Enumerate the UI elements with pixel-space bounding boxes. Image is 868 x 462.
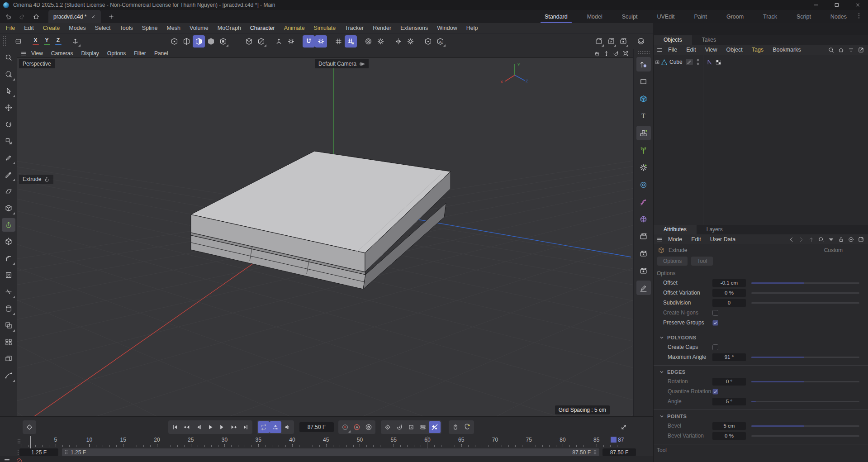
prev-key-button[interactable] <box>181 421 193 433</box>
slider[interactable] <box>751 282 859 284</box>
section-header-points[interactable]: POINTS <box>654 410 868 421</box>
slider[interactable] <box>751 292 859 294</box>
object-mode-button[interactable] <box>243 35 255 48</box>
cube-primitive-button[interactable] <box>636 91 651 106</box>
key-scale-button[interactable] <box>405 421 417 433</box>
tab-takes[interactable]: Takes <box>692 35 726 45</box>
checkbox[interactable] <box>712 310 718 316</box>
om-menu-object[interactable]: Object <box>722 47 747 53</box>
attribute-object-mode[interactable]: Custom <box>824 247 843 253</box>
slider[interactable] <box>751 381 859 382</box>
vegetation-button[interactable] <box>636 143 651 157</box>
next-frame-button[interactable] <box>216 421 228 433</box>
value-field[interactable]: 0 ° <box>712 378 746 386</box>
tab-layers[interactable]: Layers <box>697 225 733 234</box>
visibility-dots-toggle[interactable] <box>696 58 700 66</box>
view-label[interactable]: Perspective <box>19 59 55 68</box>
value-field[interactable]: 0 <box>712 299 746 307</box>
axis-lock-x-button[interactable]: X <box>30 35 41 48</box>
am-menu-user-data[interactable]: User Data <box>706 236 740 243</box>
menu-mograph[interactable]: MoGraph <box>213 25 246 31</box>
value-field[interactable]: 5 cm <box>712 422 746 430</box>
layout-menu-icon[interactable] <box>855 12 863 19</box>
record-button[interactable] <box>339 421 351 433</box>
key-position-button[interactable] <box>382 421 394 433</box>
mode-model-button[interactable] <box>205 35 217 48</box>
live-selection-button[interactable] <box>2 67 15 81</box>
menu-volume[interactable]: Volume <box>185 25 213 31</box>
move-tool-button[interactable] <box>2 101 15 114</box>
menu-render[interactable]: Render <box>368 25 396 31</box>
layout-tab-nodes[interactable]: Nodes <box>829 10 848 23</box>
mode-edges-button[interactable] <box>180 35 193 48</box>
layout-tab-uvedit[interactable]: UVEdit <box>656 10 676 23</box>
value-field[interactable]: -0.1 cm <box>712 279 746 287</box>
filter-icon[interactable] <box>828 236 835 243</box>
home-icon[interactable] <box>838 47 844 53</box>
speaker-button[interactable] <box>281 421 293 433</box>
plane-button[interactable] <box>636 74 651 89</box>
home-button[interactable] <box>30 11 42 23</box>
axis-lock-y-button[interactable]: Y <box>41 35 52 48</box>
extrude-tool-button[interactable] <box>2 218 15 232</box>
pan-hand-icon[interactable] <box>593 50 600 57</box>
rotation-record-button[interactable] <box>461 421 473 433</box>
minimize-button[interactable] <box>806 0 826 10</box>
mode-points-button[interactable] <box>168 35 180 48</box>
smooth-shift-button[interactable] <box>2 235 15 248</box>
range-slider-right-grip[interactable] <box>593 450 597 455</box>
edge-cut-button[interactable] <box>2 285 15 299</box>
clapper-play-button[interactable] <box>636 246 651 261</box>
layout-tab-groom[interactable]: Groom <box>725 10 745 23</box>
forces-button[interactable] <box>636 195 651 209</box>
key-rotation-button[interactable] <box>394 421 405 433</box>
filter-icon[interactable] <box>848 47 854 53</box>
document-tab[interactable]: pracdvd.c4d * <box>48 10 101 23</box>
gear-button[interactable] <box>404 35 417 48</box>
timeline-ruler[interactable]: 87 510152025303540455055606570758085 <box>0 436 653 448</box>
mode-texture-button[interactable] <box>217 35 229 48</box>
camera-label[interactable]: Default Camera <box>315 59 369 68</box>
move-snap-button[interactable] <box>636 57 651 71</box>
autokey-button[interactable]: A <box>351 421 363 433</box>
am-menu-mode[interactable]: Mode <box>664 236 686 243</box>
menu-edit[interactable]: Edit <box>19 25 38 31</box>
selection-hex-button[interactable] <box>422 35 434 48</box>
focus-icon[interactable] <box>848 236 854 243</box>
tab-objects[interactable]: Objects <box>654 35 692 45</box>
snap-magnet-button[interactable] <box>303 35 315 48</box>
fragment-mode-button[interactable] <box>255 35 267 48</box>
play-button[interactable] <box>204 421 216 433</box>
grid-lock-button[interactable] <box>345 35 357 48</box>
slider[interactable] <box>751 425 859 427</box>
dolly-icon[interactable] <box>603 50 610 57</box>
free-select-button[interactable] <box>2 84 15 98</box>
menu-icon[interactable] <box>4 457 10 462</box>
layout-tab-model[interactable]: Model <box>586 10 604 23</box>
orbit-icon[interactable] <box>612 50 619 57</box>
sim-gear-button[interactable] <box>636 160 651 175</box>
frame-view-icon[interactable] <box>622 50 629 57</box>
tab-attributes[interactable]: Attributes <box>654 225 697 234</box>
pen-tool-button[interactable] <box>2 151 15 165</box>
viewport-menu-view[interactable]: View <box>27 50 47 57</box>
symmetry-button[interactable] <box>392 35 404 48</box>
am-menu-edit[interactable]: Edit <box>687 236 705 243</box>
axis-gizmo[interactable]: Y X Z <box>498 62 529 89</box>
value-field[interactable]: 5 ° <box>712 398 746 405</box>
menu-tools[interactable]: Tools <box>115 25 138 31</box>
viewport-menu-options[interactable]: Options <box>103 50 130 57</box>
go-end-button[interactable] <box>240 421 251 433</box>
om-menu-bookmarks[interactable]: Bookmarks <box>768 47 805 53</box>
render-play-button[interactable] <box>605 35 617 48</box>
axis-lock-z-button[interactable]: Z <box>52 35 64 48</box>
knife-tool-button[interactable] <box>2 168 15 181</box>
render-view-button[interactable] <box>593 35 605 48</box>
box-tool-button[interactable] <box>2 201 15 215</box>
range-slider-left-grip[interactable] <box>65 450 68 455</box>
om-menu-file[interactable]: File <box>664 47 681 53</box>
viewport-menu-panel[interactable]: Panel <box>150 50 172 57</box>
loop-button[interactable] <box>258 421 270 433</box>
range-start-field[interactable]: 1.25 F <box>19 448 58 456</box>
attribute-tab-button-options[interactable]: Options <box>657 257 688 266</box>
